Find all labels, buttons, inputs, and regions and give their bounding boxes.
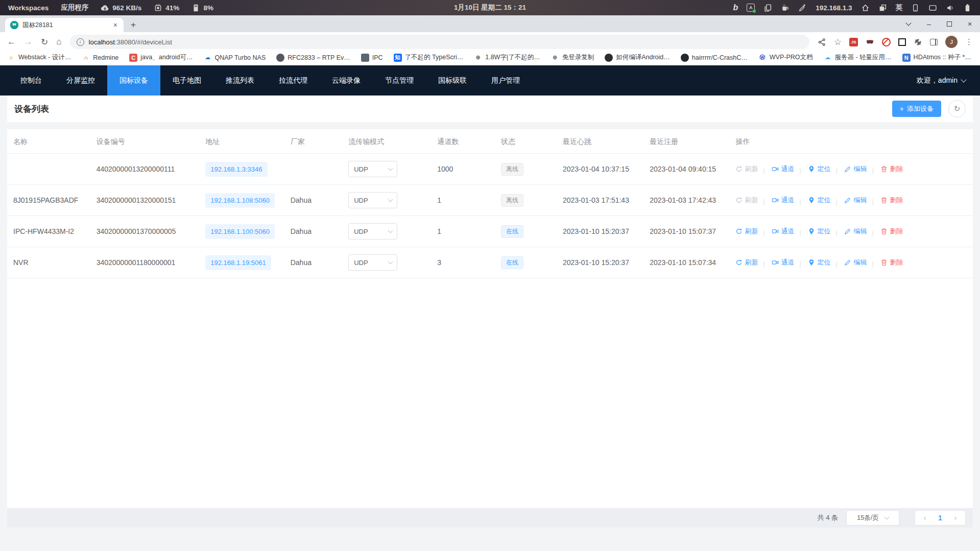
clock[interactable]: 1月10日 星期二 15：21 (454, 3, 526, 12)
refresh-link[interactable]: 刷新 (735, 258, 758, 267)
volume-icon[interactable] (946, 4, 954, 12)
location-pin-icon (808, 228, 815, 235)
edit-link[interactable]: 编辑 (844, 227, 867, 236)
edit-link[interactable]: 编辑 (844, 164, 867, 174)
nav-item-5[interactable]: 拉流代理 (267, 65, 320, 95)
prev-page-button[interactable]: ‹ (917, 514, 933, 522)
bookmark-item[interactable]: ⊕1.8W字|了不起的… (474, 53, 540, 62)
user-menu[interactable]: 欢迎，admin (917, 65, 966, 95)
locate-link[interactable]: 定位 (808, 227, 830, 236)
channel-link[interactable]: 通道 (772, 196, 794, 205)
minimize-button[interactable]: – (919, 15, 939, 32)
chevron-down-icon (961, 77, 966, 82)
bookmark-item[interactable]: RFC2833 – RTP Ev… (276, 54, 350, 62)
tablet-icon[interactable] (911, 4, 920, 12)
delete-link[interactable]: 删除 (880, 227, 903, 236)
delete-link[interactable]: 删除 (880, 258, 903, 267)
locate-link[interactable]: 定位 (808, 258, 830, 267)
edit-link[interactable]: 编辑 (844, 196, 867, 205)
bookmark-item[interactable]: ⓌWVP-PRO文档 (758, 53, 813, 62)
browser-menu-icon[interactable]: ⋮ (965, 37, 973, 46)
stream-mode-select[interactable]: UDP (348, 223, 397, 239)
workspaces-button[interactable]: Workspaces (8, 4, 49, 12)
applications-button[interactable]: 应用程序 (61, 3, 88, 12)
restore-button[interactable] (939, 15, 960, 32)
memory-indicator[interactable]: 8% (192, 4, 213, 12)
js-extension-icon[interactable]: JS (849, 38, 858, 46)
refresh-link[interactable]: 刷新 (735, 164, 758, 174)
stream-mode-select[interactable]: UDP (348, 192, 397, 208)
locate-link[interactable]: 定位 (808, 164, 830, 174)
network-speed-indicator[interactable]: 962 KB/s (101, 4, 141, 12)
bookmark-item[interactable]: ⊕免登录复制 (551, 53, 594, 62)
nav-item-3[interactable]: 电子地图 (160, 65, 213, 95)
reload-button[interactable]: ↻ (41, 37, 48, 47)
battery-icon[interactable] (963, 4, 972, 12)
blocker-extension-icon[interactable] (882, 38, 891, 46)
nav-item-7[interactable]: 节点管理 (373, 65, 426, 95)
delete-link[interactable]: 删除 (880, 196, 903, 205)
square-extension-icon[interactable] (898, 38, 906, 46)
bookmark-item[interactable]: ☁QNAP Turbo NAS (203, 54, 266, 62)
close-window-button[interactable]: × (960, 15, 980, 32)
bookmark-item[interactable]: NHDAtmos :: 种子 *… (902, 53, 971, 62)
locate-link[interactable]: 定位 (808, 196, 830, 205)
channel-link[interactable]: 通道 (772, 227, 794, 236)
stream-mode-select[interactable]: UDP (348, 254, 397, 271)
back-button[interactable]: ← (7, 37, 16, 47)
sidebar-icon[interactable] (930, 39, 938, 45)
cpu-indicator[interactable]: 41% (154, 4, 179, 12)
next-page-button[interactable]: › (948, 514, 963, 522)
channel-link[interactable]: 通道 (772, 258, 794, 267)
current-page[interactable]: 1 (933, 514, 948, 522)
ip-address[interactable]: 192.168.1.3 (816, 4, 852, 12)
new-tab-button[interactable]: + (126, 18, 141, 32)
share-icon[interactable] (818, 38, 826, 46)
bookmark-item[interactable]: ∩Redmine (82, 54, 118, 62)
nav-item-4[interactable]: 推流列表 (213, 65, 267, 95)
add-device-button[interactable]: + 添加设备 (892, 101, 941, 117)
stream-mode-select[interactable]: UDP (348, 161, 397, 177)
bookmark-item[interactable]: IPC (361, 54, 383, 62)
mask-extension-icon[interactable] (866, 38, 874, 46)
last-register: 2023-01-04 09:40:15 (643, 154, 729, 185)
nav-item-8[interactable]: 国标级联 (426, 65, 479, 95)
home-button[interactable]: ⌂ (56, 37, 61, 47)
bookmark-item[interactable]: ≡Webstack - 设计… (7, 53, 71, 62)
caffeine-cup-icon[interactable] (781, 4, 790, 12)
page-size-select[interactable]: 15条/页 (846, 510, 899, 525)
translator-icon[interactable]: A (747, 4, 755, 12)
home-icon[interactable] (861, 4, 870, 12)
delete-link[interactable]: 删除 (880, 164, 903, 174)
browser-tab[interactable]: 国标28181 × (5, 18, 124, 32)
channel-link[interactable]: 通道 (772, 164, 794, 174)
site-info-icon[interactable]: i (77, 38, 84, 46)
nav-item-2[interactable]: 国标设备 (107, 65, 160, 95)
clipboard-icon[interactable] (763, 4, 772, 12)
refresh-link[interactable]: 刷新 (735, 196, 758, 205)
nav-item-6[interactable]: 云端录像 (320, 65, 373, 95)
nav-item-0[interactable]: 控制台 (8, 65, 54, 95)
refresh-list-button[interactable]: ↻ (948, 100, 966, 117)
color-picker-icon[interactable] (798, 4, 807, 12)
tab-search-button[interactable] (898, 15, 919, 32)
nav-item-9[interactable]: 用户管理 (479, 65, 532, 95)
bookmark-star-icon[interactable]: ☆ (834, 37, 842, 47)
display-icon[interactable] (928, 4, 937, 12)
tab-close-icon[interactable]: × (112, 21, 118, 29)
refresh-link[interactable]: 刷新 (735, 227, 758, 236)
b-logo-icon[interactable]: b (733, 3, 738, 12)
profile-avatar[interactable]: J (945, 36, 958, 48)
input-method-indicator[interactable]: 英 (896, 3, 903, 12)
windows-stack-icon[interactable] (878, 4, 887, 12)
bookmark-item[interactable]: ☁服务器 - 轻量应用… (824, 53, 892, 62)
puzzle-extensions-icon[interactable] (914, 38, 922, 46)
bookmark-item[interactable]: Cjava、android可… (129, 53, 193, 62)
bookmark-item[interactable]: hairrrrr/C-CrashC… (681, 54, 748, 62)
nav-item-1[interactable]: 分屏监控 (54, 65, 107, 95)
bookmark-item[interactable]: 知了不起的 TypeScri… (394, 53, 464, 62)
forward-button[interactable]: → (24, 37, 33, 47)
bookmark-item[interactable]: 如何编译Android… (605, 53, 670, 62)
edit-link[interactable]: 编辑 (844, 258, 867, 267)
address-bar[interactable]: i localhost:38080/#/deviceList (70, 35, 809, 49)
